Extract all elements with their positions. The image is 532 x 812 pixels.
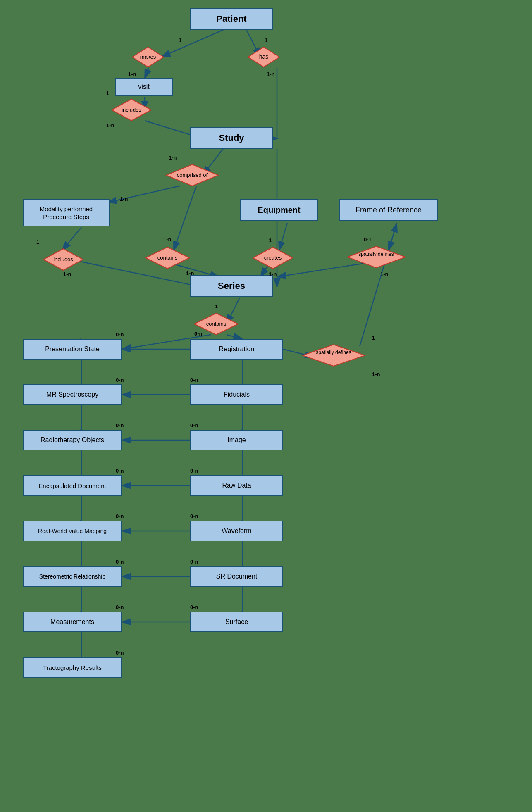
includes2-relationship: includes: [43, 248, 84, 271]
card-mrspectro-left-0n: 0-n: [116, 377, 124, 383]
creates-relationship: creates: [252, 246, 293, 269]
svg-text:creates: creates: [264, 255, 282, 261]
measurements-entity: Measurements: [23, 612, 122, 632]
card-spatial2-1: 1: [372, 335, 375, 341]
card-spatial1-bottom-1n: 1-n: [380, 271, 389, 277]
card-visit-includes-1: 1: [106, 90, 109, 96]
encapsulated-document-entity: Encapsulated Document: [23, 475, 122, 496]
svg-text:makes: makes: [140, 54, 156, 60]
card-rwv-left-0n: 0-n: [116, 513, 124, 519]
sr-document-entity: SR Document: [190, 566, 283, 587]
svg-line-13: [62, 227, 81, 250]
waveform-entity: Waveform: [190, 521, 283, 541]
card-contains2-registration-0n: 0-n: [194, 331, 203, 337]
card-meas-right-0n: 0-n: [190, 604, 198, 610]
comprised-of-relationship: comprised of: [165, 164, 219, 187]
card-rwv-right-0n: 0-n: [190, 513, 198, 519]
svg-text:spatially defines: spatially defines: [358, 251, 394, 257]
study-entity: Study: [190, 127, 273, 149]
frame-of-reference-entity: Frame of Reference: [339, 199, 438, 221]
diagram-container: Patient visit Study Modality performedPr…: [0, 0, 532, 812]
card-stereo-left-0n: 0-n: [116, 559, 124, 565]
raw-data-entity: Raw Data: [190, 475, 283, 496]
makes-relationship: makes: [131, 46, 165, 68]
equipment-entity: Equipment: [240, 199, 318, 221]
card-includes-series-1n: 1-n: [63, 271, 72, 277]
card-patient-makes-1: 1: [179, 37, 181, 43]
card-meas-left-0n: 0-n: [116, 604, 124, 610]
rwv-mapping-entity: Real-World Value Mapping: [23, 521, 122, 541]
presentation-state-entity: Presentation State: [23, 339, 122, 360]
svg-text:has: has: [259, 53, 269, 60]
card-creates-top-1: 1: [269, 237, 272, 243]
svg-text:contains: contains: [157, 255, 178, 261]
svg-marker-63: [347, 246, 406, 268]
modality-entity: Modality performedProcedure Steps: [23, 199, 110, 226]
radiotherapy-objects-entity: Radiotherapy Objects: [23, 430, 122, 450]
surface-entity: Surface: [190, 612, 283, 632]
card-encdoc-left-0n: 0-n: [116, 468, 124, 474]
diagram-lines: [0, 0, 532, 812]
card-encdoc-right-0n: 0-n: [190, 468, 198, 474]
svg-line-3: [161, 29, 225, 57]
card-tractography-0n: 0-n: [116, 650, 124, 656]
svg-text:contains: contains: [206, 321, 227, 327]
svg-line-12: [107, 186, 180, 202]
card-includes-study-1n: 1-n: [106, 122, 115, 129]
svg-marker-67: [303, 345, 365, 366]
spatially-defines2-relationship: spatially defines: [302, 344, 366, 367]
fiducials-entity: Fiducials: [190, 384, 283, 405]
card-contains1-bottom-1n: 1-n: [186, 270, 194, 276]
card-contains2-presstate-0n: 0-n: [116, 331, 124, 338]
patient-entity: Patient: [190, 8, 273, 30]
series-entity: Series: [190, 275, 273, 297]
contains1-relationship: contains: [145, 246, 190, 269]
card-comprised-modality-1n: 1-n: [120, 196, 128, 202]
has-relationship: has: [247, 46, 280, 68]
card-rtobj-right-0n: 0-n: [190, 422, 198, 429]
card-patient-has-1: 1: [265, 37, 267, 43]
card-rtobj-left-0n: 0-n: [116, 422, 124, 429]
visit-entity: visit: [115, 78, 173, 96]
mr-spectroscopy-entity: MR Spectroscopy: [23, 384, 122, 405]
card-modality-includes-1: 1: [36, 239, 39, 245]
card-mrspectro-right-0n: 0-n: [190, 377, 198, 383]
includes1-relationship: includes: [111, 98, 152, 121]
svg-text:includes: includes: [122, 107, 141, 113]
card-has-study-1n: 1-n: [267, 71, 275, 77]
card-creates-bottom-1n: 1-n: [269, 271, 277, 277]
card-stereo-right-0n: 0-n: [190, 559, 198, 565]
tractography-entity: Tractography Results: [23, 657, 122, 678]
svg-text:includes: includes: [53, 256, 73, 262]
svg-line-15: [174, 186, 196, 250]
card-study-comprised-1n: 1-n: [169, 155, 177, 161]
image-entity: Image: [190, 430, 283, 450]
card-spatial2-1n: 1-n: [372, 371, 380, 377]
registration-entity: Registration: [190, 339, 283, 360]
svg-text:comprised of: comprised of: [177, 172, 208, 178]
svg-text:spatially defines: spatially defines: [316, 350, 351, 355]
card-contains1-top-1n: 1-n: [163, 236, 172, 243]
svg-line-5: [145, 68, 149, 79]
card-contains2-top-1: 1: [215, 303, 218, 310]
stereometric-entity: Stereometric Relationship: [23, 566, 122, 587]
card-makes-visit-1n: 1-n: [128, 71, 136, 77]
card-spatial1-top: 0-1: [364, 236, 372, 243]
spatially-defines1-relationship: spatially defines: [346, 245, 406, 269]
